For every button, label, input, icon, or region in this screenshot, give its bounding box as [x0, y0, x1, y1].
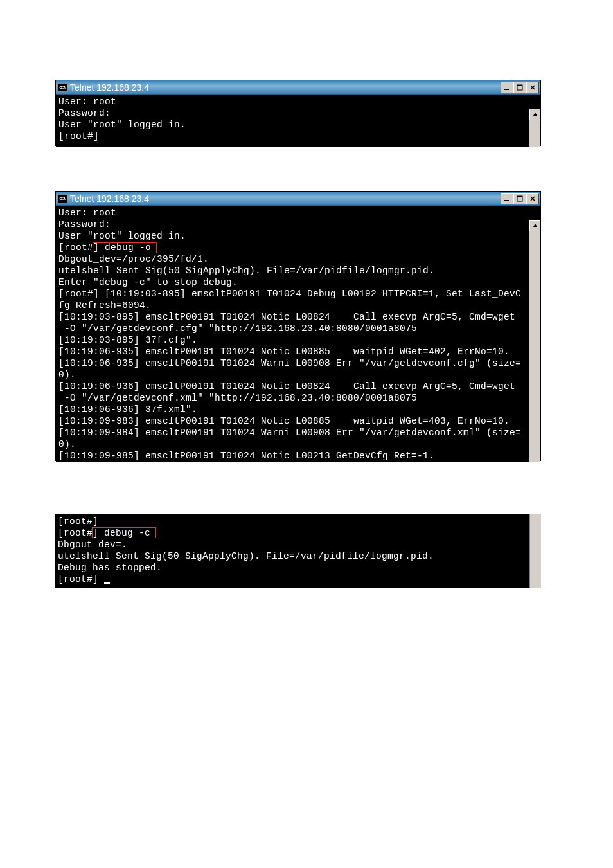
svg-marker-11: [533, 224, 537, 227]
scroll-up-icon[interactable]: [529, 109, 540, 120]
svg-marker-5: [533, 113, 537, 116]
svg-rect-0: [504, 89, 509, 90]
svg-rect-8: [517, 196, 522, 197]
scroll-track[interactable]: [529, 120, 540, 147]
svg-rect-2: [517, 85, 522, 86]
titlebar-2[interactable]: c:\ Telnet 192.168.23.4: [56, 192, 540, 206]
telnet-snippet-3: [root#] [root#] debug -c Dbgout_dev=. ut…: [55, 514, 541, 588]
terminal-output-2[interactable]: User: root Password: User "root" logged …: [56, 206, 529, 462]
maximize-button[interactable]: [513, 82, 526, 93]
titlebar-1[interactable]: c:\ Telnet 192.168.23.4: [56, 80, 540, 95]
scroll-up-icon[interactable]: [529, 220, 540, 231]
window-buttons-1: [501, 82, 539, 93]
scroll-track[interactable]: [529, 231, 540, 462]
window-buttons-2: [501, 193, 539, 204]
maximize-button[interactable]: [513, 193, 526, 204]
scroll-track[interactable]: [530, 514, 541, 588]
cmd-icon: c:\: [57, 194, 67, 203]
telnet-window-1: c:\ Telnet 192.168.23.4 User: root Passw…: [55, 80, 541, 146]
close-button[interactable]: [526, 82, 539, 93]
scrollbar-2[interactable]: [529, 220, 540, 462]
minimize-button[interactable]: [501, 193, 513, 204]
terminal-output-1[interactable]: User: root Password: User "root" logged …: [56, 95, 529, 147]
scrollbar-3[interactable]: [529, 514, 541, 588]
window-title-1: Telnet 192.168.23.4: [70, 82, 501, 93]
terminal-output-3[interactable]: [root#] [root#] debug -c Dbgout_dev=. ut…: [55, 514, 529, 588]
minimize-button[interactable]: [501, 82, 513, 93]
cmd-icon: c:\: [57, 83, 67, 92]
close-button[interactable]: [526, 193, 539, 204]
telnet-window-2: c:\ Telnet 192.168.23.4 User: root Passw…: [55, 191, 541, 461]
window-title-2: Telnet 192.168.23.4: [70, 194, 501, 204]
svg-rect-6: [504, 200, 509, 201]
scrollbar-1[interactable]: [529, 109, 540, 147]
